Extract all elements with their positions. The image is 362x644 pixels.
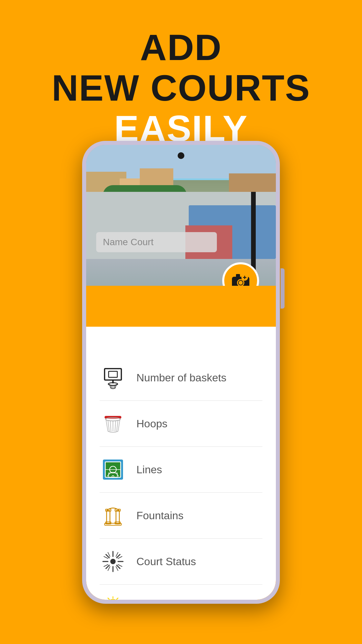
svg-line-18 bbox=[106, 419, 108, 431]
header-section: ADD NEW COURTS EASILY bbox=[0, 0, 362, 149]
svg-line-22 bbox=[115, 421, 116, 431]
svg-point-39 bbox=[110, 559, 116, 564]
evening-lighting-icon bbox=[100, 594, 126, 600]
svg-line-11 bbox=[110, 384, 111, 388]
svg-line-20 bbox=[110, 421, 111, 431]
name-court-placeholder: Name Court bbox=[103, 237, 154, 248]
svg-rect-3 bbox=[236, 274, 240, 277]
svg-line-13 bbox=[115, 384, 116, 388]
baskets-icon bbox=[100, 364, 126, 391]
svg-line-47 bbox=[106, 565, 109, 569]
header-line-add: ADD bbox=[0, 27, 362, 67]
svg-line-23 bbox=[117, 420, 118, 431]
lines-icon bbox=[100, 456, 126, 483]
svg-rect-6 bbox=[244, 276, 245, 279]
svg-line-55 bbox=[116, 567, 118, 571]
content-area: Number of baskets bbox=[86, 325, 276, 600]
svg-rect-7 bbox=[105, 369, 121, 380]
svg-line-49 bbox=[116, 552, 118, 556]
svg-line-60 bbox=[117, 598, 118, 599]
svg-line-62 bbox=[108, 598, 109, 599]
feature-item-evening-lighting: Evening lighting bbox=[100, 585, 262, 600]
svg-line-51 bbox=[104, 565, 108, 567]
camera-plus-icon bbox=[231, 271, 251, 286]
phone-inner: Name Court bbox=[86, 145, 276, 600]
svg-line-48 bbox=[108, 552, 110, 556]
lines-label: Lines bbox=[136, 464, 162, 476]
fountains-label: Fountains bbox=[136, 509, 184, 522]
svg-line-53 bbox=[118, 565, 122, 567]
svg-line-24 bbox=[118, 419, 120, 431]
feature-item-court-status: Court Status bbox=[100, 539, 262, 585]
feature-list: Number of baskets bbox=[86, 338, 276, 600]
phone-mockup: Name Court bbox=[82, 141, 280, 604]
fountains-icon bbox=[100, 502, 126, 529]
svg-line-44 bbox=[106, 554, 109, 558]
feature-item-baskets: Number of baskets bbox=[100, 355, 262, 401]
feature-item-fountains: Fountains bbox=[100, 493, 262, 539]
feature-item-lines: Lines bbox=[100, 447, 262, 493]
phone-frame: Name Court bbox=[82, 141, 280, 604]
svg-line-46 bbox=[117, 554, 120, 558]
svg-rect-8 bbox=[109, 371, 117, 377]
header-line-new-courts: NEW COURTS bbox=[0, 67, 362, 108]
svg-line-45 bbox=[117, 565, 120, 569]
svg-line-52 bbox=[118, 556, 122, 558]
feature-item-hoops: Hoops bbox=[100, 401, 262, 447]
svg-line-19 bbox=[108, 420, 109, 431]
svg-line-15 bbox=[115, 385, 115, 388]
baskets-label: Number of baskets bbox=[136, 372, 227, 384]
divider-bar bbox=[86, 325, 276, 327]
court-image: Name Court bbox=[86, 145, 276, 286]
name-court-input[interactable]: Name Court bbox=[96, 232, 217, 252]
hoops-icon bbox=[100, 410, 126, 437]
svg-point-2 bbox=[238, 280, 243, 285]
svg-line-14 bbox=[111, 385, 112, 388]
court-status-icon bbox=[100, 548, 126, 575]
court-status-label: Court Status bbox=[136, 555, 196, 568]
svg-line-54 bbox=[108, 567, 110, 571]
hoops-label: Hoops bbox=[136, 418, 168, 430]
camera-notch bbox=[178, 152, 184, 159]
svg-line-50 bbox=[104, 556, 108, 558]
